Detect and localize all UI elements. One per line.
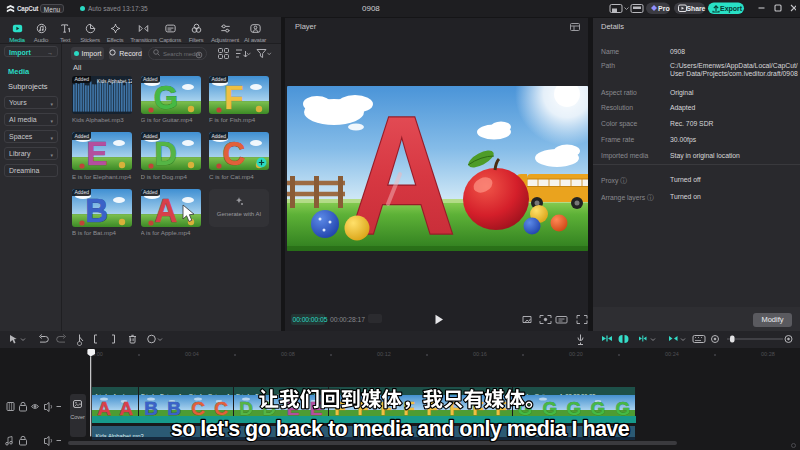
svg-text:Pro: Pro bbox=[658, 5, 670, 12]
svg-text:A: A bbox=[154, 191, 177, 227]
svg-text:G: G bbox=[542, 397, 557, 417]
svg-text:B: B bbox=[167, 397, 181, 417]
svg-text:A: A bbox=[98, 397, 112, 417]
svg-text:D: D bbox=[239, 397, 253, 417]
svg-text:C: C bbox=[223, 134, 246, 170]
svg-text:G: G bbox=[590, 397, 605, 417]
svg-text:F: F bbox=[357, 397, 369, 417]
svg-text:Export: Export bbox=[720, 5, 743, 13]
svg-text:G: G bbox=[566, 397, 581, 417]
svg-text:E: E bbox=[310, 397, 323, 417]
svg-text:C: C bbox=[215, 397, 229, 417]
svg-text:E: E bbox=[287, 397, 300, 417]
svg-text:F: F bbox=[495, 397, 507, 417]
svg-text:E: E bbox=[86, 134, 107, 170]
svg-text:G: G bbox=[153, 78, 177, 114]
svg-text:Share: Share bbox=[687, 5, 706, 12]
svg-text:B: B bbox=[86, 191, 109, 227]
svg-text:F: F bbox=[403, 397, 415, 417]
svg-text:G: G bbox=[517, 397, 532, 417]
svg-text:Kids Alphabet 128 kb: Kids Alphabet 128 kb bbox=[97, 79, 132, 84]
svg-text:D: D bbox=[154, 134, 177, 170]
svg-text:F: F bbox=[426, 397, 438, 417]
svg-text:F: F bbox=[380, 397, 392, 417]
svg-text:C: C bbox=[192, 397, 206, 417]
svg-text:F: F bbox=[449, 397, 461, 417]
svg-text:B: B bbox=[144, 397, 158, 417]
svg-text:F: F bbox=[224, 78, 243, 114]
svg-text:F: F bbox=[472, 397, 484, 417]
svg-text:F: F bbox=[334, 397, 346, 417]
svg-text:G: G bbox=[615, 397, 630, 417]
svg-text:A: A bbox=[120, 397, 134, 417]
svg-text:D: D bbox=[262, 397, 276, 417]
